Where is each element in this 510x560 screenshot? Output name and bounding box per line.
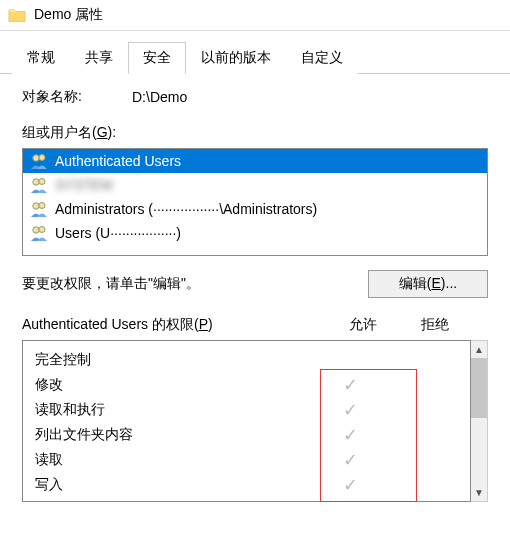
groups-label: 组或用户名(G):: [22, 124, 488, 142]
permissions-listbox[interactable]: 完全控制 修改 ✓ 读取和执行 ✓ 列出文件夹内容 ✓: [22, 340, 471, 502]
svg-point-3: [39, 179, 45, 185]
allow-cell: ✓: [314, 426, 386, 444]
permission-row: 读取 ✓: [23, 447, 470, 472]
allow-cell: ✓: [314, 401, 386, 419]
permissions-area: 完全控制 修改 ✓ 读取和执行 ✓ 列出文件夹内容 ✓: [22, 340, 488, 502]
permission-row: 写入 ✓: [23, 472, 470, 497]
list-item[interactable]: Authenticated Users: [23, 149, 487, 173]
security-panel: 对象名称: D:\Demo 组或用户名(G): Authenticated Us…: [0, 74, 510, 502]
edit-button[interactable]: 编辑(E)...: [368, 270, 488, 298]
scroll-up-button[interactable]: ▲: [471, 341, 487, 358]
svg-point-5: [39, 203, 45, 209]
object-name-label: 对象名称:: [22, 88, 132, 106]
allow-cell: ✓: [314, 451, 386, 469]
permissions-header: Authenticated Users 的权限(P) 允许 拒绝: [22, 316, 488, 334]
list-item[interactable]: Administrators (·················\Admini…: [23, 197, 487, 221]
allow-column-header: 允许: [327, 316, 399, 334]
svg-point-1: [39, 155, 45, 161]
list-item-label: SYSTEM: [55, 177, 113, 193]
folder-icon: [8, 7, 26, 23]
edit-row: 要更改权限，请单击"编辑"。 编辑(E)...: [22, 270, 488, 298]
titlebar: Demo 属性: [0, 0, 510, 31]
permission-row: 修改 ✓: [23, 372, 470, 397]
scroll-thumb[interactable]: [471, 358, 487, 418]
tab-bar: 常规 共享 安全 以前的版本 自定义: [0, 31, 510, 74]
tab-previous-versions[interactable]: 以前的版本: [186, 42, 286, 74]
permission-row: 完全控制: [23, 347, 470, 372]
svg-point-2: [33, 179, 39, 185]
permissions-label: Authenticated Users 的权限(P): [22, 316, 327, 334]
permission-name: 读取和执行: [35, 401, 314, 419]
permission-name: 完全控制: [35, 351, 314, 369]
object-path: D:\Demo: [132, 89, 187, 105]
svg-point-4: [33, 203, 39, 209]
allow-cell: ✓: [314, 376, 386, 394]
list-item-label: Users (U·················): [55, 225, 181, 241]
permission-row: 读取和执行 ✓: [23, 397, 470, 422]
scroll-track[interactable]: [471, 418, 487, 484]
object-name-row: 对象名称: D:\Demo: [22, 88, 488, 106]
list-item-label: Administrators (·················\Admini…: [55, 201, 317, 217]
tab-general[interactable]: 常规: [12, 42, 70, 74]
permission-name: 列出文件夹内容: [35, 426, 314, 444]
permission-name: 写入: [35, 476, 314, 494]
tab-security[interactable]: 安全: [128, 42, 186, 74]
scroll-down-button[interactable]: ▼: [471, 484, 487, 501]
permissions-scrollbar[interactable]: ▲ ▼: [471, 340, 488, 502]
svg-point-6: [33, 227, 39, 233]
list-item[interactable]: SYSTEM: [23, 173, 487, 197]
users-icon: [29, 224, 49, 242]
groups-listbox[interactable]: Authenticated Users SYSTEM Administrator…: [22, 148, 488, 256]
users-icon: [29, 176, 49, 194]
deny-column-header: 拒绝: [399, 316, 471, 334]
permission-name: 修改: [35, 376, 314, 394]
svg-point-7: [39, 227, 45, 233]
edit-hint: 要更改权限，请单击"编辑"。: [22, 275, 358, 293]
allow-cell: ✓: [314, 476, 386, 494]
users-icon: [29, 200, 49, 218]
tab-sharing[interactable]: 共享: [70, 42, 128, 74]
window-title: Demo 属性: [34, 6, 103, 24]
svg-point-0: [33, 155, 39, 161]
permission-name: 读取: [35, 451, 314, 469]
list-item[interactable]: Users (U·················): [23, 221, 487, 245]
tab-customize[interactable]: 自定义: [286, 42, 358, 74]
users-icon: [29, 152, 49, 170]
list-item-label: Authenticated Users: [55, 153, 181, 169]
permission-row: 列出文件夹内容 ✓: [23, 422, 470, 447]
